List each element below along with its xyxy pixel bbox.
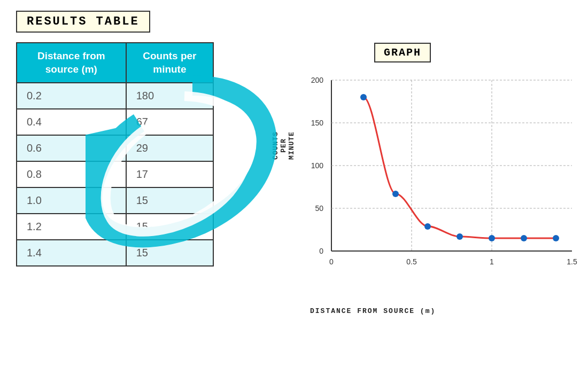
table-row: 1.215 xyxy=(17,214,213,240)
data-point-2 xyxy=(392,191,399,197)
table-row: 0.629 xyxy=(17,135,213,161)
graph-svg: 200 150 100 50 0 0 0.5 1 1.5 xyxy=(299,75,583,299)
graph-section: GRAPH COUNTS PER MINUTE 200 150 100 50 0 xyxy=(267,48,583,299)
data-point-1 xyxy=(360,94,367,100)
svg-text:150: 150 xyxy=(311,119,324,127)
distance-cell: 0.2 xyxy=(17,83,126,109)
svg-text:200: 200 xyxy=(311,76,324,84)
table-row: 0.817 xyxy=(17,161,213,187)
svg-text:1: 1 xyxy=(490,257,494,266)
graph-title: GRAPH xyxy=(374,43,431,62)
data-point-7 xyxy=(553,235,559,241)
svg-text:0.5: 0.5 xyxy=(406,257,417,266)
results-section: RESULTS TABLE Distance from source (m) C… xyxy=(16,11,214,267)
svg-text:100: 100 xyxy=(311,161,324,170)
distance-cell: 1.2 xyxy=(17,214,126,240)
data-point-3 xyxy=(424,223,431,230)
x-axis-label: DISTANCE FROM SOURCE (m) xyxy=(310,307,436,315)
table-row: 1.415 xyxy=(17,240,213,266)
svg-text:0: 0 xyxy=(319,247,323,255)
svg-text:50: 50 xyxy=(315,204,323,213)
counts-cell: 67 xyxy=(126,109,213,135)
counts-cell: 29 xyxy=(126,135,213,161)
distance-cell: 0.6 xyxy=(17,135,126,161)
data-table: Distance from source (m) Counts per minu… xyxy=(16,42,214,267)
table-row: 0.2180 xyxy=(17,83,213,109)
counts-cell: 15 xyxy=(126,214,213,240)
svg-text:1.5: 1.5 xyxy=(567,257,577,266)
counts-cell: 17 xyxy=(126,161,213,187)
distance-cell: 1.0 xyxy=(17,187,126,214)
data-point-6 xyxy=(521,235,527,241)
table-row: 1.015 xyxy=(17,187,213,214)
svg-text:0: 0 xyxy=(329,257,334,266)
counts-cell: 15 xyxy=(126,187,213,214)
y-axis-label: COUNTS PER MINUTE xyxy=(272,124,296,167)
results-table-title: RESULTS TABLE xyxy=(16,11,150,33)
data-point-4 xyxy=(457,233,463,240)
col-header-counts: Counts per minute xyxy=(126,43,213,83)
graph-container: COUNTS PER MINUTE 200 150 100 50 0 xyxy=(267,75,583,299)
table-row: 0.467 xyxy=(17,109,213,135)
counts-cell: 15 xyxy=(126,240,213,266)
counts-cell: 180 xyxy=(126,83,213,109)
data-point-5 xyxy=(489,235,495,241)
col-header-distance: Distance from source (m) xyxy=(17,43,126,83)
distance-cell: 0.8 xyxy=(17,161,126,187)
distance-cell: 1.4 xyxy=(17,240,126,266)
distance-cell: 0.4 xyxy=(17,109,126,135)
